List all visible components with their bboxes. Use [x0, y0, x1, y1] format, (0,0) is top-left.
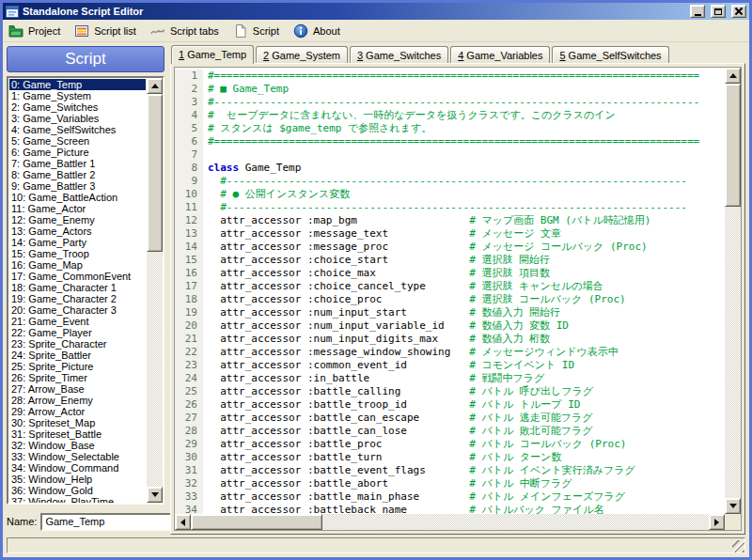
about-button[interactable]: About	[290, 21, 349, 41]
scroll-down-button[interactable]	[725, 498, 741, 514]
script-list-item[interactable]: 6: Game_Picture	[9, 147, 146, 158]
script-list-item[interactable]: 33: Window_Selectable	[9, 451, 146, 462]
script-list-item[interactable]: 21: Game_Event	[9, 316, 146, 327]
scroll-left-button[interactable]	[175, 514, 191, 530]
tab-game_selfswitches[interactable]: 5Game_SelfSwitches	[552, 46, 668, 63]
code-line: 2# ■ Game_Temp	[175, 83, 725, 96]
minimize-button[interactable]	[690, 5, 705, 18]
script-panel-header: Script	[7, 46, 164, 72]
script-list[interactable]: 0: Game_Temp1: Game_System2: Game_Switch…	[7, 76, 164, 505]
script-list-item[interactable]: 17: Game_CommonEvent	[9, 271, 146, 282]
script-list-item[interactable]: 10: Game_BattleAction	[9, 192, 146, 203]
script-list-item[interactable]: 31: Spriteset_Battle	[9, 428, 146, 440]
code-text: attr_accessor :battle_troop_id # バトル トルー…	[203, 398, 580, 412]
line-number: 30	[175, 451, 203, 464]
code-editor[interactable]: 1#======================================…	[174, 67, 742, 531]
code-text: attr_accessor :battle_calling # バトル 呼び出し…	[203, 385, 593, 398]
line-number: 31	[175, 464, 203, 477]
script-list-item[interactable]: 24: Sprite_Battler	[9, 350, 146, 361]
code-line: 12 attr_accessor :map_bgm # マップ画面 BGM (バ…	[175, 214, 725, 227]
line-number: 28	[175, 425, 203, 438]
script-list-item[interactable]: 1: Game_System	[9, 90, 146, 101]
code-view[interactable]: 1#======================================…	[175, 68, 725, 514]
code-text: attr_accessor :battle_proc # バトル コールバック …	[203, 438, 626, 451]
maximize-button[interactable]	[711, 5, 726, 18]
script-list-item[interactable]: 25: Sprite_Picture	[9, 361, 146, 372]
close-icon	[735, 8, 743, 15]
toolbar: Project Script list Script tabs Script	[3, 20, 749, 42]
script-list-icon	[74, 23, 89, 39]
script-list-item[interactable]: 23: Sprite_Character	[9, 338, 146, 350]
line-number: 2	[175, 83, 203, 96]
resize-grip[interactable]	[732, 540, 744, 552]
script-list-item[interactable]: 29: Arrow_Actor	[9, 406, 146, 417]
title-bar[interactable]: Standalone Script Editor	[3, 3, 749, 20]
scroll-up-button[interactable]	[725, 68, 741, 84]
code-text: #---------------------------------------…	[203, 175, 687, 188]
script-list-item[interactable]: 15: Game_Troop	[9, 248, 146, 259]
script-button[interactable]: Script	[229, 21, 288, 41]
code-text	[203, 148, 208, 162]
line-number: 16	[175, 267, 203, 280]
script-list-item[interactable]: 32: Window_Base	[9, 440, 146, 451]
about-info-icon	[293, 23, 308, 39]
script-list-item[interactable]: 27: Arrow_Base	[9, 383, 146, 395]
script-list-item[interactable]: 7: Game_Battler 1	[9, 158, 146, 169]
scroll-up-button[interactable]	[147, 78, 163, 94]
script-list-item[interactable]: 9: Game_Battler 3	[9, 180, 146, 192]
script-list-item[interactable]: 36: Window_Gold	[9, 485, 146, 496]
code-line: 8class Game_Temp	[175, 162, 725, 175]
code-line: 7	[175, 148, 725, 162]
script-list-item[interactable]: 26: Sprite_Timer	[9, 372, 146, 383]
scroll-right-button[interactable]	[709, 514, 725, 530]
script-sidebar: Script 0: Game_Temp1: Game_System2: Game…	[7, 44, 164, 535]
editor-vertical-scrollbar[interactable]	[725, 68, 741, 514]
line-number: 21	[175, 333, 203, 346]
script-tabs-button[interactable]: Script tabs	[147, 21, 227, 41]
tab-game_temp[interactable]: 1Game_Temp	[171, 45, 254, 64]
editor-horizontal-scrollbar[interactable]	[175, 514, 725, 530]
script-list-item[interactable]: 20: Game_Character 3	[9, 304, 146, 316]
tab-game_variables[interactable]: 4Game_Variables	[450, 46, 550, 63]
line-number: 3	[175, 96, 203, 109]
script-list-item[interactable]: 35: Window_Help	[9, 474, 146, 485]
scroll-thumb[interactable]	[725, 84, 741, 207]
script-list-item[interactable]: 8: Game_Battler 2	[9, 169, 146, 180]
code-text: # スタンスは $game_temp で参照されます。	[203, 122, 431, 135]
script-list-scrollbar[interactable]	[147, 78, 163, 503]
script-list-item[interactable]: 3: Game_Variables	[9, 113, 146, 124]
script-list-item[interactable]: 12: Game_Enemy	[9, 214, 146, 226]
script-list-item[interactable]: 13: Game_Actors	[9, 226, 146, 237]
name-input[interactable]	[40, 513, 183, 531]
script-list-button[interactable]: Script list	[70, 21, 145, 41]
scroll-down-button[interactable]	[147, 487, 163, 503]
script-list-button-label: Script list	[94, 25, 136, 37]
code-line: 18 attr_accessor :choice_proc # 選択肢 コールバ…	[175, 293, 725, 306]
code-text: attr_accessor :num_input_start # 数値入力 開始…	[203, 306, 560, 319]
script-list-item[interactable]: 37: Window_PlayTime	[9, 496, 146, 505]
scroll-thumb[interactable]	[147, 94, 163, 252]
tab-game_switches[interactable]: 3Game_Switches	[350, 46, 448, 63]
close-button[interactable]	[731, 5, 746, 18]
script-list-item[interactable]: 0: Game_Temp	[9, 79, 146, 90]
code-line: 16 attr_accessor :choice_max # 選択肢 項目数	[175, 267, 725, 280]
script-list-item[interactable]: 2: Game_Switches	[9, 101, 146, 113]
tab-game_system[interactable]: 2Game_System	[256, 46, 348, 63]
script-list-item[interactable]: 4: Game_SelfSwitches	[9, 124, 146, 135]
script-list-item[interactable]: 19: Game_Character 2	[9, 293, 146, 304]
script-list-item[interactable]: 16: Game_Map	[9, 259, 146, 271]
arrow-left-icon	[180, 519, 185, 526]
scroll-thumb[interactable]	[191, 514, 322, 530]
script-list-item[interactable]: 5: Game_Screen	[9, 135, 146, 147]
arrow-up-icon	[151, 84, 159, 88]
script-list-item[interactable]: 11: Game_Actor	[9, 203, 146, 214]
script-list-item[interactable]: 18: Game_Character 1	[9, 282, 146, 293]
code-line: 1#======================================…	[175, 70, 725, 83]
script-list-item[interactable]: 22: Game_Player	[9, 327, 146, 338]
project-button[interactable]: Project	[5, 21, 69, 41]
script-list-item[interactable]: 14: Game_Party	[9, 237, 146, 248]
code-text: attr_accessor :battle_turn # バトル ターン数	[203, 451, 561, 464]
script-list-item[interactable]: 30: Spriteset_Map	[9, 417, 146, 428]
script-list-item[interactable]: 28: Arrow_Enemy	[9, 395, 146, 406]
script-list-item[interactable]: 34: Window_Command	[9, 462, 146, 474]
